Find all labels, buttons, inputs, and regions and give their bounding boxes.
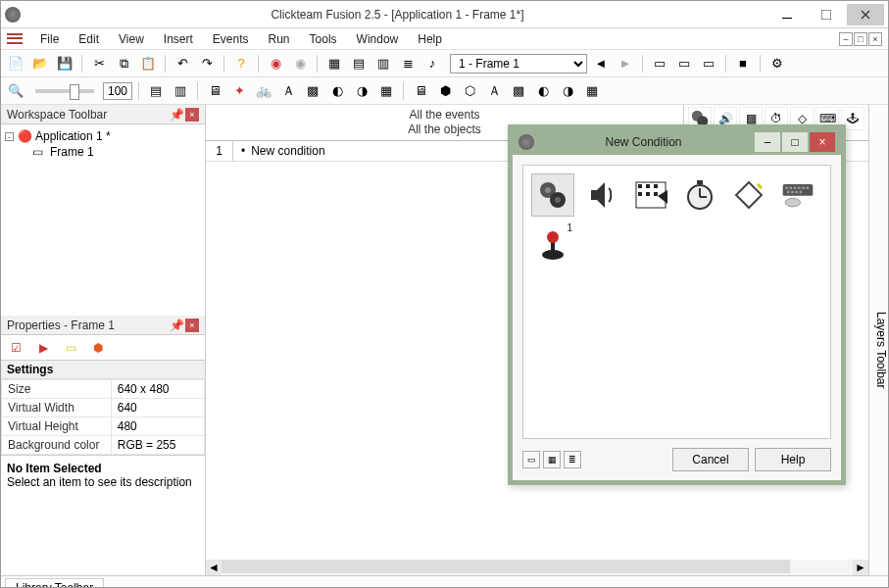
- event-tool-3[interactable]: 🖥: [204, 80, 225, 102]
- view-list-button[interactable]: ≣: [564, 451, 581, 468]
- mdi-restore-button[interactable]: □: [854, 32, 867, 46]
- event-tool-6[interactable]: Ａ: [277, 80, 299, 102]
- event-tool-1[interactable]: ▤: [145, 80, 167, 102]
- view-large-icons-button[interactable]: ▭: [522, 451, 540, 468]
- dialog-minimize-button[interactable]: –: [755, 132, 780, 152]
- scroll-right-arrow[interactable]: ►: [853, 560, 868, 575]
- event-condition-label[interactable]: New condition: [251, 144, 324, 158]
- layers-toolbar[interactable]: Layers Toolbar: [868, 105, 888, 575]
- zoom-icon[interactable]: 🔍: [5, 80, 26, 102]
- dialog-close-button[interactable]: ×: [810, 132, 835, 152]
- event-tool-11[interactable]: 🖥: [410, 80, 431, 102]
- save-button[interactable]: 💾: [54, 53, 75, 74]
- event-tool-14[interactable]: Ａ: [483, 80, 505, 102]
- data-elements-button[interactable]: ♪: [421, 53, 443, 74]
- cond-keyboard-icon[interactable]: [776, 173, 819, 217]
- menu-icon[interactable]: [7, 32, 23, 46]
- event-tool-17[interactable]: ◑: [557, 80, 578, 102]
- undo-button[interactable]: ↶: [172, 53, 193, 74]
- event-tool-7[interactable]: ▩: [302, 80, 323, 102]
- event-tool-15[interactable]: ▩: [508, 80, 529, 102]
- event-tool-9[interactable]: ◑: [351, 80, 372, 102]
- menu-run[interactable]: Run: [259, 30, 300, 48]
- next-frame-button[interactable]: ◉: [289, 53, 311, 74]
- maximize-button[interactable]: [808, 4, 845, 25]
- frame-editor-button[interactable]: ▤: [348, 53, 370, 74]
- tree-app-row[interactable]: - 🔴 Application 1 *: [5, 128, 201, 144]
- view-small-icons-button[interactable]: ▦: [543, 451, 561, 468]
- app-icon: [5, 7, 21, 23]
- run-frame-button[interactable]: ▭: [698, 53, 719, 74]
- tree-app-label: Application 1 *: [35, 129, 111, 143]
- mdi-minimize-button[interactable]: –: [839, 32, 853, 46]
- prev-frame-stop-button[interactable]: ◉: [265, 53, 286, 74]
- event-tool-5[interactable]: 🚲: [253, 80, 274, 102]
- event-tool-13[interactable]: ⬡: [459, 80, 480, 102]
- cut-button[interactable]: ✂: [88, 53, 110, 74]
- event-tool-4[interactable]: ✦: [228, 80, 250, 102]
- scroll-thumb[interactable]: [222, 560, 790, 573]
- menu-help[interactable]: Help: [408, 30, 452, 48]
- event-tool-18[interactable]: ▦: [581, 80, 603, 102]
- cond-player-icon[interactable]: 1: [531, 222, 574, 266]
- cond-sound-icon[interactable]: [580, 173, 623, 217]
- scroll-left-arrow[interactable]: ◄: [206, 560, 222, 575]
- tree-expander-icon[interactable]: -: [5, 132, 14, 141]
- next-frame-nav-button[interactable]: ►: [615, 53, 636, 74]
- cancel-button[interactable]: Cancel: [672, 448, 749, 471]
- dialog-titlebar[interactable]: New Condition – □ ×: [513, 129, 841, 155]
- workspace-tree[interactable]: - 🔴 Application 1 * ▭ Frame 1: [1, 124, 205, 316]
- prev-frame-nav-button[interactable]: ◄: [590, 53, 612, 74]
- event-tool-12[interactable]: ⬢: [434, 80, 456, 102]
- cond-storyboard-icon[interactable]: [629, 173, 672, 217]
- workspace-close-button[interactable]: ×: [185, 108, 199, 122]
- open-button[interactable]: 📂: [29, 53, 51, 74]
- event-tool-10[interactable]: ▦: [375, 80, 397, 102]
- event-list-editor-button[interactable]: ≣: [397, 53, 419, 74]
- svg-point-7: [555, 197, 561, 203]
- properties-grid[interactable]: Size640 x 480 Virtual Width640 Virtual H…: [1, 379, 205, 455]
- library-tab[interactable]: Library Toolbar: [5, 578, 104, 588]
- stop-button[interactable]: ■: [732, 53, 754, 74]
- event-tool-8[interactable]: ◐: [326, 80, 348, 102]
- dialog-maximize-button[interactable]: □: [782, 132, 808, 152]
- run-project-button[interactable]: ▭: [649, 53, 670, 74]
- prop-tab-runtime[interactable]: ▶: [34, 339, 52, 357]
- menu-tools[interactable]: Tools: [300, 30, 347, 48]
- cond-timer-icon[interactable]: [678, 173, 721, 217]
- minimize-button[interactable]: [768, 4, 806, 25]
- zoom-slider[interactable]: [35, 89, 94, 93]
- mdi-close-button[interactable]: ×: [868, 32, 882, 46]
- properties-close-button[interactable]: ×: [185, 318, 199, 332]
- event-editor-button[interactable]: ▥: [372, 53, 394, 74]
- close-button[interactable]: [847, 4, 884, 25]
- build-button[interactable]: ⚙: [766, 53, 788, 74]
- paste-button[interactable]: 📋: [137, 53, 159, 74]
- copy-button[interactable]: ⧉: [113, 53, 134, 74]
- help-button[interactable]: ?: [230, 53, 252, 74]
- workspace-pin-icon[interactable]: 📌: [170, 108, 183, 122]
- frame-selector[interactable]: 1 - Frame 1: [450, 54, 587, 74]
- prop-tab-html5[interactable]: ⬢: [89, 339, 107, 357]
- menu-events[interactable]: Events: [203, 30, 259, 48]
- tree-frame-row[interactable]: ▭ Frame 1: [5, 144, 201, 160]
- menu-file[interactable]: File: [30, 30, 69, 48]
- menu-window[interactable]: Window: [347, 30, 409, 48]
- menu-insert[interactable]: Insert: [154, 30, 203, 48]
- properties-pin-icon[interactable]: 📌: [170, 318, 183, 332]
- menu-edit[interactable]: Edit: [69, 30, 109, 48]
- new-button[interactable]: 📄: [5, 53, 26, 74]
- prop-tab-settings[interactable]: ☑: [7, 339, 25, 357]
- cond-create-icon[interactable]: [727, 173, 770, 217]
- menu-view[interactable]: View: [109, 30, 154, 48]
- horizontal-scrollbar[interactable]: ◄ ►: [206, 560, 868, 575]
- event-tool-2[interactable]: ▥: [170, 80, 191, 102]
- prop-tab-about[interactable]: ▭: [62, 339, 79, 357]
- event-tool-16[interactable]: ◐: [532, 80, 554, 102]
- storyboard-editor-button[interactable]: ▦: [323, 53, 345, 74]
- run-app-button[interactable]: ▭: [673, 53, 695, 74]
- zoom-value[interactable]: 100: [103, 82, 132, 100]
- cond-special-icon[interactable]: [531, 173, 574, 217]
- redo-button[interactable]: ↷: [196, 53, 218, 74]
- help-button[interactable]: Help: [755, 448, 831, 471]
